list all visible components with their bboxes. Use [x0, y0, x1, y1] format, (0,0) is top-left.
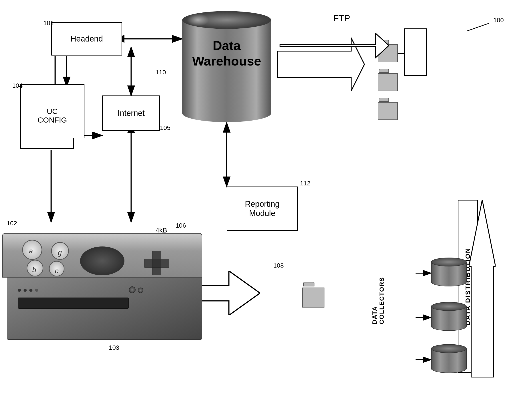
internet-label: Internet: [118, 109, 145, 118]
ref-102: 102: [7, 220, 17, 227]
folder-icon-4: [302, 282, 324, 307]
memory-label: 4kB: [156, 226, 167, 234]
internet-box: Internet: [102, 95, 160, 131]
ref-106: 106: [176, 222, 186, 229]
uc-config-label: UC CONFIG: [36, 107, 68, 124]
ref-110: 110: [156, 69, 166, 76]
ref-100: 100: [493, 17, 504, 24]
data-collectors-label: DATA COLLECTORS: [371, 258, 385, 324]
reporting-module-label: Reporting Module: [245, 199, 280, 218]
set-top-box: a g b c: [0, 222, 211, 355]
svg-marker-18: [280, 33, 389, 58]
ref-108: 108: [273, 262, 284, 269]
ftp-label: FTP: [333, 13, 350, 23]
ref-112: 112: [300, 180, 310, 187]
ref-105: 105: [160, 124, 171, 131]
reporting-module-box: Reporting Module: [227, 186, 298, 231]
data-warehouse-label: Data Warehouse: [182, 38, 271, 69]
svg-marker-20: [469, 200, 495, 377]
ref-103: 103: [109, 344, 119, 351]
ref-101: 101: [43, 19, 54, 27]
diagram: Headend 101 UC CONFIG 104 Internet 105 D…: [0, 0, 532, 409]
ftp-arrow: [278, 33, 389, 82]
uc-config-container: UC CONFIG: [20, 84, 85, 149]
data-dist-arrow-up: [469, 200, 495, 377]
svg-line-17: [467, 23, 489, 31]
folder-icon-3: [378, 98, 398, 120]
headend-box: Headend: [51, 22, 122, 56]
headend-label: Headend: [70, 34, 103, 44]
data-warehouse-cylinder: Data Warehouse: [182, 7, 271, 131]
ref-104: 104: [12, 82, 23, 89]
